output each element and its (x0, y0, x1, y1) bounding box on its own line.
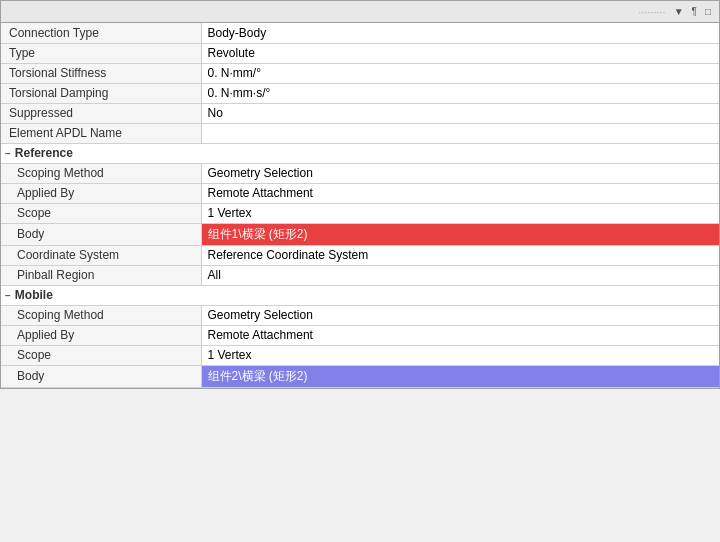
value-mob-applied-by: Remote Attachment (201, 325, 719, 345)
value-ref-pinball-region: All (201, 265, 719, 285)
panel-header: ········· ▼ ¶ □ (1, 1, 719, 23)
table-row: Applied ByRemote Attachment (1, 183, 719, 203)
details-panel: ········· ▼ ¶ □ Connection TypeBody-Body… (0, 0, 720, 389)
maximize-icon[interactable]: □ (703, 5, 713, 18)
section-toggle-icon[interactable]: − (5, 290, 11, 301)
table-row: Scope1 Vertex (1, 345, 719, 365)
value-suppressed: No (201, 103, 719, 123)
label-mob-scope: Scope (1, 345, 201, 365)
table-row: TypeRevolute (1, 43, 719, 63)
label-connection-type: Connection Type (1, 23, 201, 43)
table-row: Torsional Damping0. N·mm·s/° (1, 83, 719, 103)
value-ref-scoping-method: Geometry Selection (201, 163, 719, 183)
value-connection-type: Body-Body (201, 23, 719, 43)
label-ref-scope: Scope (1, 203, 201, 223)
table-row: −Reference (1, 143, 719, 163)
label-suppressed: Suppressed (1, 103, 201, 123)
section-label: Mobile (15, 288, 53, 302)
label-element-apdl-name: Element APDL Name (1, 123, 201, 143)
table-row: SuppressedNo (1, 103, 719, 123)
value-mob-body: 组件2\横梁 (矩形2) (201, 365, 719, 387)
label-mob-scoping-method: Scoping Method (1, 305, 201, 325)
value-ref-scope: 1 Vertex (201, 203, 719, 223)
section-header-mobile-header: −Mobile (1, 285, 719, 305)
table-row: −Mobile (1, 285, 719, 305)
section-toggle-icon[interactable]: − (5, 148, 11, 159)
table-row: Scoping MethodGeometry Selection (1, 163, 719, 183)
pin-icon[interactable]: ¶ (690, 5, 699, 18)
table-row: Applied ByRemote Attachment (1, 325, 719, 345)
table-row: Element APDL Name (1, 123, 719, 143)
label-ref-coordinate-system: Coordinate System (1, 245, 201, 265)
value-ref-applied-by: Remote Attachment (201, 183, 719, 203)
label-ref-scoping-method: Scoping Method (1, 163, 201, 183)
table-row: Pinball RegionAll (1, 265, 719, 285)
table-row: Scoping MethodGeometry Selection (1, 305, 719, 325)
table-row: Body组件2\横梁 (矩形2) (1, 365, 719, 387)
label-torsional-stiffness: Torsional Stiffness (1, 63, 201, 83)
table-row: Body组件1\横梁 (矩形2) (1, 223, 719, 245)
value-mob-scoping-method: Geometry Selection (201, 305, 719, 325)
table-row: Coordinate SystemReference Coordinate Sy… (1, 245, 719, 265)
value-element-apdl-name (201, 123, 719, 143)
value-mob-scope: 1 Vertex (201, 345, 719, 365)
table-row: Torsional Stiffness0. N·mm/° (1, 63, 719, 83)
section-label: Reference (15, 146, 73, 160)
dropdown-icon[interactable]: ▼ (672, 5, 686, 18)
label-ref-pinball-region: Pinball Region (1, 265, 201, 285)
value-torsional-stiffness: 0. N·mm/° (201, 63, 719, 83)
label-mob-applied-by: Applied By (1, 325, 201, 345)
detail-table: Connection TypeBody-BodyTypeRevoluteTors… (1, 23, 719, 388)
label-mob-body: Body (1, 365, 201, 387)
panel-title-dots: ········· (638, 6, 666, 18)
section-header-reference-header: −Reference (1, 143, 719, 163)
value-torsional-damping: 0. N·mm·s/° (201, 83, 719, 103)
table-row: Connection TypeBody-Body (1, 23, 719, 43)
label-torsional-damping: Torsional Damping (1, 83, 201, 103)
value-ref-body: 组件1\横梁 (矩形2) (201, 223, 719, 245)
label-ref-applied-by: Applied By (1, 183, 201, 203)
value-type: Revolute (201, 43, 719, 63)
label-ref-body: Body (1, 223, 201, 245)
value-ref-coordinate-system: Reference Coordinate System (201, 245, 719, 265)
table-row: Scope1 Vertex (1, 203, 719, 223)
panel-icons: ▼ ¶ □ (672, 5, 713, 18)
label-type: Type (1, 43, 201, 63)
